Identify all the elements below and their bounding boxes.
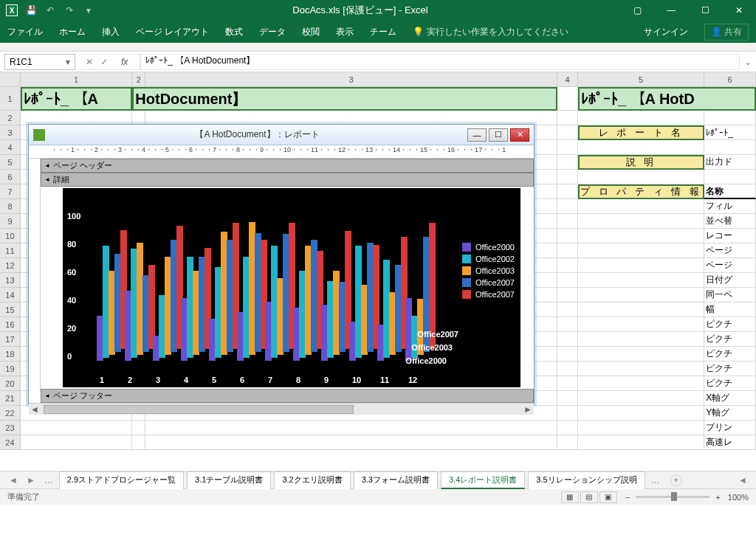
spreadsheet-grid[interactable]: 1 2 3 4 5 6 1ﾚﾎﾟｰﾄ_ 【AHotDocument】ﾚﾎﾟｰﾄ_… xyxy=(0,72,756,471)
title-cell-left[interactable]: ﾚﾎﾟｰﾄ_ 【A xyxy=(21,87,132,111)
redo-icon[interactable]: ↷ xyxy=(63,4,75,16)
qat-dropdown-icon[interactable]: ▾ xyxy=(83,4,94,16)
title-cell-mid[interactable]: HotDocument】 xyxy=(132,87,557,111)
embed-horizontal-scrollbar[interactable]: ◄ ► xyxy=(29,403,534,415)
col-header[interactable]: 2 xyxy=(132,72,145,86)
zoom-slider[interactable] xyxy=(636,496,709,498)
enter-formula-icon[interactable]: ✓ xyxy=(100,57,108,67)
name-box[interactable]: R1C1 ▾ xyxy=(4,54,75,70)
tab-data[interactable]: データ xyxy=(259,26,286,38)
label-cell[interactable]: レ ポ ー ト 名 xyxy=(578,125,704,140)
row-header[interactable]: 23 xyxy=(0,421,21,435)
detail-section[interactable]: 詳細 xyxy=(41,173,534,187)
property-cell[interactable]: 並べ替 xyxy=(704,214,756,229)
tellme-search[interactable]: 💡 実行したい作業を入力してください xyxy=(413,26,568,38)
embed-close-button[interactable]: ✕ xyxy=(510,128,529,142)
property-cell[interactable]: ピクチ xyxy=(704,317,756,332)
page-layout-view-button[interactable]: ▤ xyxy=(580,491,598,503)
property-cell[interactable]: 日付グ xyxy=(704,273,756,288)
col-header[interactable]: 5 xyxy=(578,72,704,86)
label-cell[interactable]: 説 明 xyxy=(578,155,704,170)
scroll-right-icon[interactable]: ► xyxy=(522,404,534,415)
col-header[interactable]: 1 xyxy=(21,72,132,86)
property-cell[interactable]: 高速レ xyxy=(704,435,756,450)
col-header[interactable]: 4 xyxy=(557,72,578,86)
row-header[interactable]: 8 xyxy=(0,199,21,214)
row-header[interactable]: 4 xyxy=(0,140,21,155)
embed-maximize-button[interactable]: ☐ xyxy=(489,128,508,142)
signin-link[interactable]: サインイン xyxy=(644,26,688,38)
row-header[interactable]: 5 xyxy=(0,155,21,170)
sheet-ellipsis-right[interactable]: … xyxy=(648,475,663,485)
normal-view-button[interactable]: ▦ xyxy=(561,491,579,503)
page-header-section[interactable]: ページ ヘッダー xyxy=(41,159,534,173)
save-icon[interactable]: 💾 xyxy=(25,4,37,16)
row-header[interactable]: 13 xyxy=(0,273,21,288)
row-header[interactable]: 15 xyxy=(0,302,21,317)
share-button[interactable]: 👤 共有 xyxy=(704,24,749,41)
row-header[interactable]: 6 xyxy=(0,170,21,184)
sheet-nav-next-icon[interactable]: ► xyxy=(24,475,38,485)
col-header[interactable]: 6 xyxy=(704,72,756,86)
minimize-button[interactable]: — xyxy=(654,0,688,21)
sheet-tab[interactable]: 3.3フォーム説明書 xyxy=(354,471,438,489)
property-cell[interactable]: ピクチ xyxy=(704,332,756,347)
row-header[interactable]: 21 xyxy=(0,391,21,406)
sheet-nav-prev-icon[interactable]: ◄ xyxy=(6,475,21,485)
scroll-thumb[interactable] xyxy=(44,405,354,414)
property-cell[interactable]: ピクチ xyxy=(704,347,756,362)
value-cell[interactable]: 名称 xyxy=(704,184,756,199)
property-cell[interactable]: プリン xyxy=(704,421,756,435)
row-header[interactable]: 14 xyxy=(0,288,21,302)
sheet-tab[interactable]: 3.2クエリ説明書 xyxy=(274,471,350,489)
property-cell[interactable]: ページ xyxy=(704,243,756,258)
row-header[interactable]: 2 xyxy=(0,111,21,125)
row-header[interactable]: 22 xyxy=(0,406,21,421)
sheet-tab[interactable]: 3.4レポート説明書 xyxy=(441,471,525,489)
sheet-tab[interactable]: 2.9ストアドプロシージャー覧 xyxy=(59,471,184,489)
row-header[interactable]: 10 xyxy=(0,229,21,243)
property-cell[interactable]: レコー xyxy=(704,229,756,243)
zoom-out-button[interactable]: − xyxy=(625,493,630,502)
tab-file[interactable]: ファイル xyxy=(7,26,43,38)
cancel-formula-icon[interactable]: ✕ xyxy=(86,57,93,67)
tab-formulas[interactable]: 数式 xyxy=(225,26,243,38)
row-header[interactable]: 19 xyxy=(0,362,21,376)
property-cell[interactable]: ピクチ xyxy=(704,376,756,391)
row-header[interactable]: 7 xyxy=(0,184,21,199)
property-cell[interactable]: 同一ペ xyxy=(704,288,756,302)
select-all-corner[interactable] xyxy=(0,72,21,86)
scroll-left-icon[interactable]: ◄ xyxy=(29,404,41,415)
property-cell[interactable]: ピクチ xyxy=(704,362,756,376)
tab-review[interactable]: 校閲 xyxy=(302,26,320,38)
embed-minimize-button[interactable]: — xyxy=(467,128,487,142)
property-cell[interactable]: Y軸グ xyxy=(704,406,756,421)
property-cell[interactable]: ページ xyxy=(704,258,756,273)
add-sheet-button[interactable]: + xyxy=(670,474,682,486)
sheet-ellipsis[interactable]: … xyxy=(41,475,56,485)
formula-input[interactable]: ﾚﾎﾟｰﾄ_ 【A HotDocument】 xyxy=(140,54,740,70)
page-footer-section[interactable]: ページ フッター xyxy=(41,389,534,403)
property-cell[interactable]: 幅 xyxy=(704,302,756,317)
tab-view[interactable]: 表示 xyxy=(336,26,354,38)
tab-pagelayout[interactable]: ページ レイアウト xyxy=(136,26,209,38)
title-cell-right[interactable]: ﾚﾎﾟｰﾄ_ 【A HotD xyxy=(578,87,756,111)
row-header[interactable]: 20 xyxy=(0,376,21,391)
row-header[interactable]: 12 xyxy=(0,258,21,273)
tab-insert[interactable]: 挿入 xyxy=(102,26,120,38)
tab-home[interactable]: ホーム xyxy=(59,26,86,38)
sheet-tab[interactable]: 3.5リレーションシップ説明 xyxy=(528,471,645,489)
close-button[interactable]: ✕ xyxy=(722,0,756,21)
maximize-button[interactable]: ☐ xyxy=(688,0,722,21)
value-cell[interactable]: 出力ド xyxy=(704,155,756,170)
label-cell[interactable]: プ ロ パ テ ィ 情 報 xyxy=(578,184,704,199)
row-header[interactable]: 11 xyxy=(0,243,21,258)
sheet-scroll-icon[interactable]: ◄ xyxy=(735,475,750,485)
tab-team[interactable]: チーム xyxy=(370,26,396,38)
row-header[interactable]: 9 xyxy=(0,214,21,229)
embedded-report-window[interactable]: 【A HotDocument】：レポート — ☐ ✕ ・・・1・・・2・・・3・… xyxy=(28,124,535,404)
property-cell[interactable]: フィル xyxy=(704,199,756,214)
ribbon-options-icon[interactable]: ▢ xyxy=(620,0,654,21)
undo-icon[interactable]: ↶ xyxy=(44,4,56,16)
fx-icon[interactable]: fx xyxy=(115,57,134,67)
